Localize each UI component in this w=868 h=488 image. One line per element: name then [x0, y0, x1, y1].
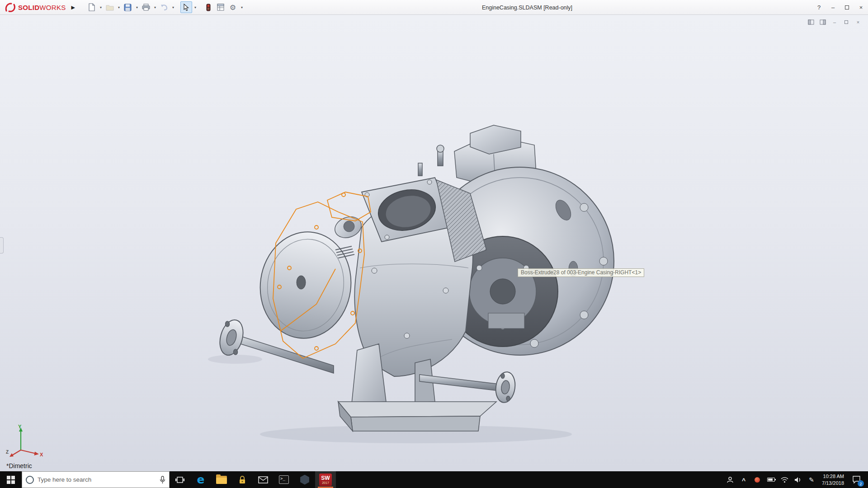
document-window-controls: – ×: [807, 19, 863, 26]
edge-button[interactable]: e: [190, 471, 211, 488]
cortana-icon: [26, 476, 34, 484]
doc-close-button[interactable]: ×: [854, 19, 863, 26]
options-dropdown[interactable]: ▾: [239, 1, 245, 13]
network-button[interactable]: [778, 471, 791, 488]
solidworks-logo-mark: [5, 2, 16, 12]
engine-casing-model[interactable]: [0, 15, 868, 471]
edge-icon: e: [197, 474, 205, 485]
wifi-icon: [781, 477, 788, 483]
print-button[interactable]: [140, 1, 152, 13]
speaker-icon: [794, 477, 802, 483]
help-button[interactable]: ?: [812, 0, 826, 15]
solidworks-taskbar-button[interactable]: SW 2017: [315, 471, 336, 488]
sw-year: 2017: [322, 481, 329, 484]
window-controls: ? – ×: [812, 0, 868, 15]
taskbar-clock[interactable]: 10:28 AM 7/13/2018: [818, 471, 848, 488]
pane-left-button[interactable]: [807, 19, 816, 26]
command-prompt-button[interactable]: >_: [274, 471, 294, 488]
notification-badge: 2: [858, 480, 864, 487]
task-view-button[interactable]: [170, 471, 190, 488]
file-properties-icon: [217, 4, 224, 11]
rebuild-traffic-light-icon: [206, 4, 211, 11]
people-icon: [726, 476, 734, 483]
windows-logo-icon: [7, 476, 15, 484]
save-disk-icon: [124, 4, 132, 11]
open-button[interactable]: [104, 1, 116, 13]
rebuild-button[interactable]: [203, 1, 214, 13]
search-input[interactable]: [38, 476, 156, 483]
microphone-icon[interactable]: [160, 476, 165, 484]
battery-button[interactable]: [764, 471, 778, 488]
print-dropdown[interactable]: ▾: [152, 1, 158, 13]
resource-monitor-button[interactable]: [750, 471, 764, 488]
split-pane-left-icon: [808, 19, 814, 25]
undo-dropdown[interactable]: ▾: [170, 1, 176, 13]
pen-icon: ✎: [809, 476, 814, 483]
orientation-triad[interactable]: Y X Z: [5, 424, 44, 457]
restore-icon: [845, 5, 849, 9]
file-explorer-icon: [216, 476, 227, 484]
close-button[interactable]: ×: [854, 0, 868, 15]
mail-button[interactable]: [253, 471, 274, 488]
doc-restore-icon: [844, 20, 848, 24]
solidworks-logo: SOLIDWORKS: [0, 2, 70, 12]
triad-z-label: Z: [6, 450, 9, 455]
task-view-icon: [175, 476, 185, 484]
hexagon-app-icon: [300, 475, 310, 485]
command-prompt-icon: >_: [279, 475, 289, 484]
graphics-viewport[interactable]: Boss-Extrude28 of 003-Engine Casing-RIGH…: [0, 15, 868, 471]
lock-app-button[interactable]: [232, 471, 253, 488]
titlebar: SOLIDWORKS ▶ ▾ ▾ ▾: [0, 0, 868, 15]
options-button[interactable]: ⚙: [227, 1, 239, 13]
doc-minimize-button[interactable]: –: [830, 19, 839, 26]
document-title: EngineCasing.SLDASM [Read-only]: [482, 0, 572, 15]
pane-right-button[interactable]: [818, 19, 827, 26]
edrawings-button[interactable]: [294, 471, 315, 488]
save-dropdown[interactable]: ▾: [134, 1, 140, 13]
windows-taskbar: e >_ SW 2017: [0, 471, 868, 488]
taskbar-search[interactable]: [22, 471, 170, 488]
gear-icon: ⚙: [230, 3, 236, 12]
split-pane-right-icon: [820, 19, 826, 25]
feature-panel-handle[interactable]: [0, 237, 4, 253]
open-folder-icon: [106, 4, 114, 11]
feature-tooltip: Boss-Extrude28 of 003-Engine Casing-RIGH…: [518, 268, 644, 277]
new-document-icon: [88, 3, 95, 11]
battery-icon: [767, 478, 775, 482]
triad-y-label: Y: [18, 424, 22, 429]
solidworks-app-icon: SW 2017: [319, 474, 332, 486]
doc-restore-button[interactable]: [842, 19, 851, 26]
triad-x-label: X: [40, 452, 43, 457]
lock-icon: [238, 475, 246, 484]
system-tray: ^ ✎ 10:28 AM 7/13/2018: [723, 471, 868, 488]
file-explorer-button[interactable]: [211, 471, 232, 488]
select-tool-dropdown[interactable]: ▾: [193, 1, 198, 13]
sw-glyph: SW: [321, 475, 330, 481]
select-cursor-icon: [183, 4, 189, 11]
volume-button[interactable]: [791, 471, 805, 488]
status-ball-icon: [755, 477, 760, 483]
mail-icon: [258, 476, 268, 483]
file-properties-button[interactable]: [215, 1, 226, 13]
restore-button[interactable]: [840, 0, 854, 15]
tray-overflow-button[interactable]: ^: [737, 471, 750, 488]
people-button[interactable]: [723, 471, 737, 488]
action-center-button[interactable]: 2: [848, 471, 865, 488]
side-cover[interactable]: [254, 213, 364, 344]
clock-time: 10:28 AM: [822, 473, 844, 479]
undo-button[interactable]: [158, 1, 170, 13]
open-dropdown[interactable]: ▾: [116, 1, 122, 13]
select-tool-button[interactable]: [180, 1, 192, 13]
menu-expand-arrow[interactable]: ▶: [70, 5, 80, 10]
start-button[interactable]: [0, 471, 22, 488]
brand-light: WORKS: [39, 4, 66, 11]
clock-date: 7/13/2018: [822, 480, 844, 486]
save-button[interactable]: [122, 1, 134, 13]
undo-icon: [160, 4, 168, 10]
new-document-dropdown[interactable]: ▾: [98, 1, 104, 13]
new-document-button[interactable]: [86, 1, 98, 13]
brand-bold: SOLID: [18, 4, 39, 11]
pen-settings-button[interactable]: ✎: [805, 471, 818, 488]
minimize-button[interactable]: –: [826, 0, 840, 15]
quick-access-toolbar: ▾ ▾ ▾ ▾: [80, 1, 245, 13]
